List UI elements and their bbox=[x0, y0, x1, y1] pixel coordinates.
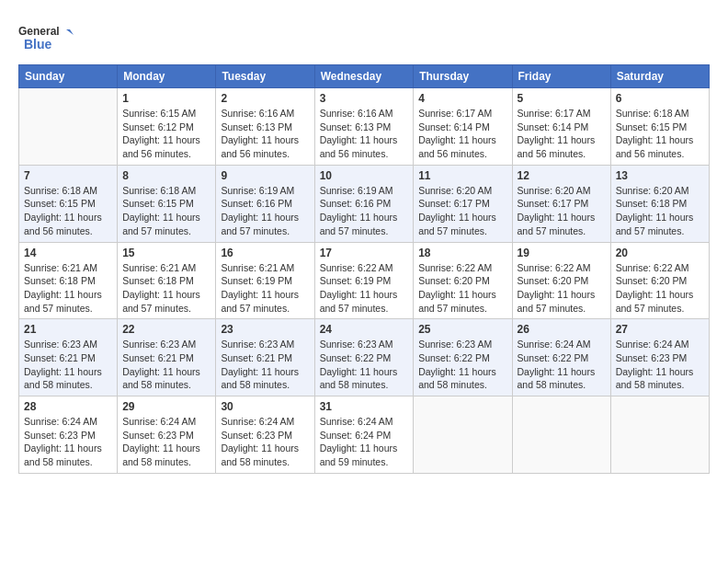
day-cell bbox=[414, 396, 512, 474]
day-number: 4 bbox=[418, 92, 506, 105]
day-info: Sunrise: 6:20 AM Sunset: 6:17 PM Dayligh… bbox=[418, 184, 506, 238]
day-info: Sunrise: 6:21 AM Sunset: 6:19 PM Dayligh… bbox=[221, 261, 309, 316]
day-number: 20 bbox=[616, 247, 704, 259]
day-number: 28 bbox=[24, 400, 112, 413]
day-cell: 19Sunrise: 6:22 AM Sunset: 6:20 PM Dayli… bbox=[512, 242, 610, 319]
day-info: Sunrise: 6:22 AM Sunset: 6:20 PM Dayligh… bbox=[616, 261, 704, 316]
day-cell: 16Sunrise: 6:21 AM Sunset: 6:19 PM Dayli… bbox=[216, 242, 314, 319]
day-cell: 3Sunrise: 6:16 AM Sunset: 6:13 PM Daylig… bbox=[314, 88, 414, 166]
day-info: Sunrise: 6:24 AM Sunset: 6:23 PM Dayligh… bbox=[24, 415, 112, 469]
day-cell: 29Sunrise: 6:24 AM Sunset: 6:23 PM Dayli… bbox=[118, 396, 216, 474]
day-number: 21 bbox=[24, 323, 112, 336]
day-info: Sunrise: 6:18 AM Sunset: 6:15 PM Dayligh… bbox=[24, 184, 112, 238]
day-cell: 25Sunrise: 6:23 AM Sunset: 6:22 PM Dayli… bbox=[414, 319, 512, 396]
day-cell: 15Sunrise: 6:21 AM Sunset: 6:18 PM Dayli… bbox=[118, 242, 216, 319]
calendar-body: 1Sunrise: 6:15 AM Sunset: 6:12 PM Daylig… bbox=[19, 88, 710, 474]
day-cell: 1Sunrise: 6:15 AM Sunset: 6:12 PM Daylig… bbox=[118, 88, 216, 166]
day-info: Sunrise: 6:22 AM Sunset: 6:20 PM Dayligh… bbox=[518, 261, 606, 316]
day-info: Sunrise: 6:17 AM Sunset: 6:14 PM Dayligh… bbox=[518, 107, 606, 161]
day-cell: 27Sunrise: 6:24 AM Sunset: 6:23 PM Dayli… bbox=[610, 319, 709, 396]
day-cell: 8Sunrise: 6:18 AM Sunset: 6:15 PM Daylig… bbox=[118, 165, 216, 242]
day-info: Sunrise: 6:19 AM Sunset: 6:16 PM Dayligh… bbox=[221, 184, 309, 238]
day-info: Sunrise: 6:22 AM Sunset: 6:20 PM Dayligh… bbox=[418, 261, 506, 316]
day-number: 9 bbox=[221, 169, 309, 182]
day-info: Sunrise: 6:24 AM Sunset: 6:24 PM Dayligh… bbox=[320, 415, 409, 469]
day-number: 25 bbox=[418, 323, 506, 336]
day-cell: 23Sunrise: 6:23 AM Sunset: 6:21 PM Dayli… bbox=[216, 319, 314, 396]
day-number: 7 bbox=[24, 169, 112, 182]
day-number: 12 bbox=[518, 169, 606, 182]
day-cell: 5Sunrise: 6:17 AM Sunset: 6:14 PM Daylig… bbox=[512, 88, 610, 166]
svg-text:Blue: Blue bbox=[24, 37, 52, 52]
day-number: 31 bbox=[320, 400, 409, 413]
day-cell: 31Sunrise: 6:24 AM Sunset: 6:24 PM Dayli… bbox=[314, 396, 414, 474]
day-number: 16 bbox=[221, 247, 309, 259]
day-number: 10 bbox=[320, 169, 409, 182]
day-number: 13 bbox=[616, 169, 704, 182]
week-row-2: 7Sunrise: 6:18 AM Sunset: 6:15 PM Daylig… bbox=[19, 165, 710, 242]
day-cell: 6Sunrise: 6:18 AM Sunset: 6:15 PM Daylig… bbox=[610, 88, 709, 166]
day-info: Sunrise: 6:18 AM Sunset: 6:15 PM Dayligh… bbox=[122, 184, 210, 238]
day-number: 27 bbox=[616, 323, 704, 336]
day-number: 15 bbox=[122, 247, 210, 259]
day-info: Sunrise: 6:21 AM Sunset: 6:18 PM Dayligh… bbox=[122, 261, 210, 316]
day-number: 26 bbox=[518, 323, 606, 336]
day-number: 29 bbox=[122, 400, 210, 413]
day-cell: 21Sunrise: 6:23 AM Sunset: 6:21 PM Dayli… bbox=[19, 319, 118, 396]
col-header-friday: Friday bbox=[512, 65, 610, 88]
day-cell: 11Sunrise: 6:20 AM Sunset: 6:17 PM Dayli… bbox=[414, 165, 512, 242]
day-cell: 26Sunrise: 6:24 AM Sunset: 6:22 PM Dayli… bbox=[512, 319, 610, 396]
day-number: 18 bbox=[418, 247, 506, 259]
day-info: Sunrise: 6:23 AM Sunset: 6:21 PM Dayligh… bbox=[24, 338, 112, 392]
day-number: 6 bbox=[616, 92, 704, 105]
day-number: 8 bbox=[122, 169, 210, 182]
day-cell: 9Sunrise: 6:19 AM Sunset: 6:16 PM Daylig… bbox=[216, 165, 314, 242]
col-header-sunday: Sunday bbox=[19, 65, 118, 88]
day-number: 23 bbox=[221, 323, 309, 336]
col-header-thursday: Thursday bbox=[414, 65, 512, 88]
day-number: 30 bbox=[221, 400, 309, 413]
day-number: 2 bbox=[221, 92, 309, 105]
day-number: 19 bbox=[518, 247, 606, 259]
day-info: Sunrise: 6:24 AM Sunset: 6:23 PM Dayligh… bbox=[122, 415, 210, 469]
day-cell: 7Sunrise: 6:18 AM Sunset: 6:15 PM Daylig… bbox=[19, 165, 118, 242]
day-cell: 10Sunrise: 6:19 AM Sunset: 6:16 PM Dayli… bbox=[314, 165, 414, 242]
day-cell: 18Sunrise: 6:22 AM Sunset: 6:20 PM Dayli… bbox=[414, 242, 512, 319]
day-number: 22 bbox=[122, 323, 210, 336]
col-header-wednesday: Wednesday bbox=[314, 65, 414, 88]
day-cell bbox=[19, 88, 118, 166]
day-cell: 30Sunrise: 6:24 AM Sunset: 6:23 PM Dayli… bbox=[216, 396, 314, 474]
day-cell bbox=[610, 396, 709, 474]
svg-text:General: General bbox=[18, 25, 60, 38]
week-row-5: 28Sunrise: 6:24 AM Sunset: 6:23 PM Dayli… bbox=[19, 396, 710, 474]
day-cell: 12Sunrise: 6:20 AM Sunset: 6:17 PM Dayli… bbox=[512, 165, 610, 242]
col-header-monday: Monday bbox=[118, 65, 216, 88]
week-row-1: 1Sunrise: 6:15 AM Sunset: 6:12 PM Daylig… bbox=[19, 88, 710, 166]
day-cell: 24Sunrise: 6:23 AM Sunset: 6:22 PM Dayli… bbox=[314, 319, 414, 396]
day-cell: 2Sunrise: 6:16 AM Sunset: 6:13 PM Daylig… bbox=[216, 88, 314, 166]
svg-marker-2 bbox=[66, 29, 74, 35]
calendar-table: SundayMondayTuesdayWednesdayThursdayFrid… bbox=[18, 64, 710, 474]
day-info: Sunrise: 6:23 AM Sunset: 6:22 PM Dayligh… bbox=[320, 338, 409, 392]
day-number: 3 bbox=[320, 92, 409, 105]
col-header-tuesday: Tuesday bbox=[216, 65, 314, 88]
day-number: 11 bbox=[418, 169, 506, 182]
week-row-4: 21Sunrise: 6:23 AM Sunset: 6:21 PM Dayli… bbox=[19, 319, 710, 396]
logo: General Blue bbox=[18, 18, 74, 55]
day-info: Sunrise: 6:23 AM Sunset: 6:21 PM Dayligh… bbox=[122, 338, 210, 392]
day-info: Sunrise: 6:16 AM Sunset: 6:13 PM Dayligh… bbox=[221, 107, 309, 161]
day-cell bbox=[512, 396, 610, 474]
page-header: General Blue bbox=[18, 18, 710, 55]
day-number: 24 bbox=[320, 323, 409, 336]
day-cell: 22Sunrise: 6:23 AM Sunset: 6:21 PM Dayli… bbox=[118, 319, 216, 396]
logo-svg: General Blue bbox=[18, 18, 74, 55]
day-info: Sunrise: 6:24 AM Sunset: 6:23 PM Dayligh… bbox=[221, 415, 309, 469]
day-number: 1 bbox=[122, 92, 210, 105]
day-info: Sunrise: 6:19 AM Sunset: 6:16 PM Dayligh… bbox=[320, 184, 409, 238]
day-info: Sunrise: 6:20 AM Sunset: 6:17 PM Dayligh… bbox=[518, 184, 606, 238]
day-info: Sunrise: 6:16 AM Sunset: 6:13 PM Dayligh… bbox=[320, 107, 409, 161]
day-cell: 14Sunrise: 6:21 AM Sunset: 6:18 PM Dayli… bbox=[19, 242, 118, 319]
day-info: Sunrise: 6:17 AM Sunset: 6:14 PM Dayligh… bbox=[418, 107, 506, 161]
day-number: 17 bbox=[320, 247, 409, 259]
day-info: Sunrise: 6:15 AM Sunset: 6:12 PM Dayligh… bbox=[122, 107, 210, 161]
